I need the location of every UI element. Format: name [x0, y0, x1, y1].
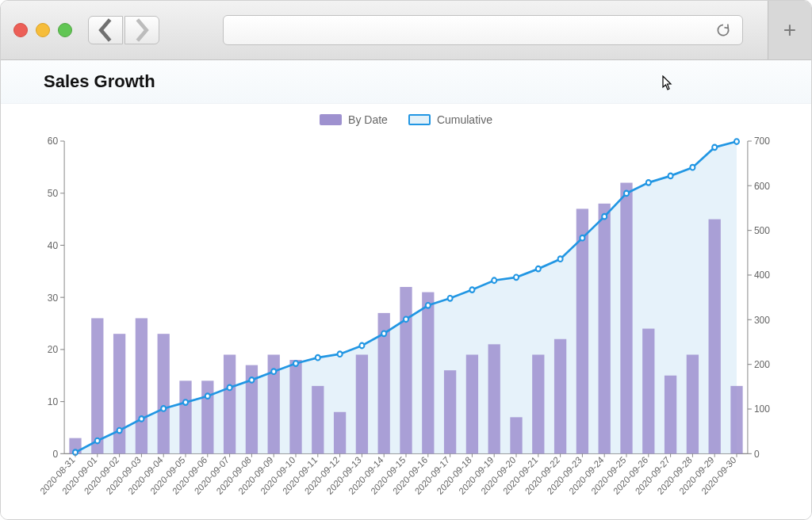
url-bar[interactable]	[223, 15, 743, 45]
svg-text:30: 30	[48, 292, 58, 304]
svg-point-79	[404, 316, 408, 322]
svg-point-65	[95, 438, 100, 444]
svg-point-68	[161, 406, 166, 411]
titlebar: +	[1, 1, 811, 60]
chart-container: By Date Cumulative 010203040506001002003…	[1, 104, 811, 520]
svg-rect-38	[179, 380, 191, 453]
svg-point-92	[690, 165, 695, 170]
chart-svg: 010203040506001002003004005006007002020-…	[25, 132, 787, 520]
svg-point-71	[228, 385, 232, 391]
svg-point-74	[293, 361, 298, 366]
svg-rect-59	[642, 329, 654, 454]
svg-point-69	[183, 400, 188, 405]
page-content: Sales Growth By Date Cumulative 01020304…	[1, 60, 811, 520]
svg-rect-48	[400, 287, 412, 453]
minimize-icon[interactable]	[36, 23, 50, 37]
svg-rect-51	[466, 354, 478, 453]
new-tab-button[interactable]: +	[768, 1, 811, 59]
legend-item-area[interactable]: Cumulative	[408, 113, 492, 126]
svg-text:0: 0	[52, 448, 58, 460]
svg-rect-44	[312, 386, 324, 453]
svg-text:0: 0	[754, 448, 760, 460]
svg-rect-39	[201, 380, 213, 453]
svg-point-82	[469, 287, 474, 292]
plus-icon: +	[783, 17, 796, 43]
svg-point-88	[602, 214, 607, 220]
svg-rect-58	[620, 183, 632, 454]
svg-text:40: 40	[48, 239, 58, 251]
svg-point-86	[558, 256, 563, 262]
svg-rect-49	[422, 292, 434, 454]
svg-rect-56	[576, 208, 588, 453]
svg-rect-35	[113, 334, 125, 453]
svg-point-94	[734, 139, 739, 144]
svg-text:60: 60	[48, 136, 58, 147]
svg-point-78	[381, 331, 386, 337]
svg-rect-55	[554, 339, 566, 454]
page-title: Sales Growth	[25, 71, 155, 92]
svg-rect-40	[224, 354, 236, 453]
svg-rect-54	[532, 354, 544, 453]
svg-point-70	[205, 393, 210, 399]
reload-icon[interactable]	[715, 22, 731, 38]
svg-point-81	[448, 296, 453, 301]
legend-item-bar[interactable]: By Date	[320, 113, 388, 126]
nav-buttons	[88, 16, 159, 44]
legend-label-bar: By Date	[348, 113, 388, 126]
svg-point-80	[426, 303, 431, 308]
svg-rect-61	[687, 354, 699, 453]
svg-rect-63	[730, 386, 742, 453]
forward-button[interactable]	[124, 16, 159, 44]
back-button[interactable]	[88, 16, 123, 44]
svg-text:50: 50	[48, 188, 58, 200]
svg-rect-57	[599, 204, 611, 454]
svg-rect-36	[136, 318, 147, 453]
window-controls	[13, 23, 72, 37]
svg-text:600: 600	[754, 180, 770, 192]
svg-point-85	[536, 266, 541, 272]
svg-point-67	[139, 416, 144, 422]
svg-rect-37	[158, 334, 170, 453]
svg-rect-46	[356, 354, 368, 453]
svg-rect-60	[665, 376, 676, 454]
svg-rect-45	[334, 412, 346, 454]
svg-point-75	[316, 355, 320, 361]
svg-text:400: 400	[754, 270, 770, 281]
legend-swatch-area	[408, 114, 431, 125]
svg-text:500: 500	[754, 225, 770, 237]
svg-rect-52	[488, 344, 500, 453]
svg-text:300: 300	[754, 314, 770, 326]
svg-point-72	[249, 377, 254, 383]
svg-point-73	[271, 369, 276, 374]
svg-text:10: 10	[48, 396, 58, 408]
svg-point-90	[646, 180, 651, 185]
zoom-icon[interactable]	[58, 23, 72, 37]
svg-rect-50	[444, 370, 456, 453]
svg-point-84	[514, 275, 519, 281]
svg-text:100: 100	[754, 403, 770, 415]
page-header: Sales Growth	[1, 60, 811, 104]
svg-point-93	[712, 145, 717, 151]
chart-legend: By Date Cumulative	[25, 113, 787, 126]
svg-point-89	[624, 191, 629, 197]
legend-label-area: Cumulative	[437, 113, 492, 126]
svg-text:200: 200	[754, 359, 770, 371]
svg-point-91	[668, 174, 673, 179]
browser-window: + Sales Growth By Date Cumulative 010203…	[0, 0, 812, 520]
close-icon[interactable]	[13, 23, 28, 37]
svg-text:20: 20	[48, 344, 58, 356]
svg-rect-43	[289, 360, 301, 453]
svg-point-77	[359, 343, 364, 349]
svg-rect-34	[91, 318, 103, 453]
legend-swatch-bar	[320, 114, 342, 125]
svg-rect-53	[510, 417, 522, 453]
svg-point-76	[338, 351, 343, 357]
svg-point-66	[117, 428, 122, 434]
svg-point-83	[492, 277, 496, 283]
svg-text:700: 700	[754, 136, 770, 147]
svg-point-87	[580, 235, 584, 241]
svg-rect-62	[709, 220, 721, 454]
